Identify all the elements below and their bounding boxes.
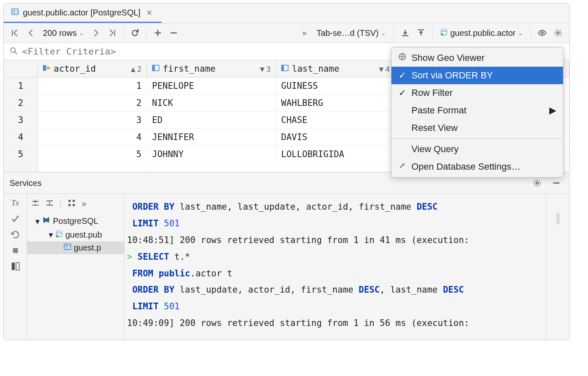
settings-context-menu: Show Geo Viewer ✓ Sort via ORDER BY ✓ Ro…	[391, 47, 563, 178]
globe-icon	[398, 53, 406, 63]
download-button[interactable]	[398, 26, 412, 40]
wrench-icon	[398, 161, 406, 172]
svg-rect-10	[43, 65, 46, 71]
eye-icon[interactable]	[535, 26, 549, 40]
svg-rect-16	[282, 65, 284, 71]
menu-show-geo-viewer[interactable]: Show Geo Viewer	[391, 49, 563, 67]
close-icon[interactable]: ✕	[145, 8, 154, 18]
rollback-icon[interactable]	[10, 230, 20, 240]
svg-point-27	[56, 235, 59, 237]
services-left-toolbar: Tx	[4, 194, 27, 340]
stop-icon[interactable]	[10, 246, 20, 256]
add-row-button[interactable]	[151, 26, 165, 40]
sort-desc-icon: ▼	[260, 65, 264, 73]
svg-rect-12	[49, 68, 51, 68]
last-page-button[interactable]	[105, 26, 119, 40]
datasource-dropdown[interactable]: guest.public.actor ⌄	[437, 27, 526, 40]
tree-node-postgresql[interactable]: ▾ PostgreSQL	[27, 214, 124, 228]
menu-reset-view[interactable]: Reset View	[391, 119, 563, 137]
more-icon[interactable]: »	[82, 199, 86, 209]
reload-button[interactable]	[128, 26, 142, 40]
services-title: Services	[10, 178, 42, 188]
svg-rect-24	[69, 204, 71, 206]
svg-point-8	[11, 48, 15, 52]
expand-all-icon[interactable]	[31, 199, 40, 209]
svg-point-26	[56, 231, 62, 233]
tab-title: guest.public.actor [PostgreSQL]	[23, 8, 140, 18]
postgres-icon	[42, 216, 50, 226]
menu-view-query[interactable]: View Query	[391, 140, 563, 158]
services-panel-body: Tx | » ▾ PostgreSQL ▾ guest.pub	[4, 194, 569, 340]
column-header-actor-id[interactable]: actor_id ▲ 2	[38, 60, 147, 77]
search-icon	[10, 47, 18, 57]
first-page-button[interactable]	[8, 26, 22, 40]
soft-wrap-icon[interactable]	[556, 213, 560, 225]
data-toolbar: 200 rows ⌄ » Tab-se…d (TSV) ⌄ guest.publ…	[4, 23, 569, 43]
chevron-down-icon: ▾	[35, 216, 40, 226]
svg-rect-14	[152, 65, 155, 71]
sort-desc-icon: ▼	[379, 65, 384, 73]
check-icon: ✓	[398, 88, 406, 98]
chevron-down-icon: ▾	[49, 230, 53, 240]
remove-row-button[interactable]	[167, 26, 181, 40]
column-header-first-name[interactable]: first_name ▼ 3	[147, 60, 276, 77]
menu-sort-via-order-by[interactable]: ✓ Sort via ORDER BY	[391, 67, 563, 84]
chevron-down-icon: ⌄	[79, 30, 84, 36]
svg-rect-20	[12, 263, 15, 270]
services-tree: | » ▾ PostgreSQL ▾ guest.pub guest.p	[27, 194, 125, 340]
collapse-all-icon[interactable]	[45, 199, 54, 209]
menu-open-database-settings[interactable]: Open Database Settings…	[391, 158, 563, 175]
rows-dropdown[interactable]: 200 rows ⌄	[40, 27, 87, 40]
services-right-toolbar	[546, 194, 569, 340]
more-icon[interactable]: »	[297, 26, 311, 40]
minimize-icon[interactable]	[549, 176, 563, 190]
grid-icon[interactable]	[67, 199, 76, 209]
commit-icon[interactable]	[10, 214, 20, 224]
menu-paste-format[interactable]: Paste Format ▶	[391, 102, 563, 119]
svg-rect-21	[16, 263, 19, 270]
chevron-right-icon: ▶	[549, 105, 556, 116]
editor-tab[interactable]: guest.public.actor [PostgreSQL] ✕	[4, 4, 162, 23]
tree-node-table[interactable]: guest.p	[27, 241, 124, 254]
column-header-last-name[interactable]: last_name ▼ 4	[276, 60, 395, 77]
editor-tabbar: guest.public.actor [PostgreSQL] ✕	[4, 4, 569, 23]
chevron-down-icon: ⌄	[518, 30, 523, 36]
export-format-dropdown[interactable]: Tab-se…d (TSV) ⌄	[313, 27, 389, 40]
svg-point-5	[441, 33, 443, 35]
tx-icon[interactable]: Tx	[10, 198, 20, 208]
svg-rect-19	[13, 248, 18, 253]
sort-asc-icon: ▲	[131, 65, 135, 73]
gear-icon[interactable]	[530, 176, 544, 190]
svg-rect-22	[69, 200, 71, 202]
svg-point-4	[441, 29, 447, 31]
key-column-icon	[43, 64, 50, 74]
menu-row-filter[interactable]: ✓ Row Filter	[391, 84, 563, 102]
console-output[interactable]: ORDER BY last_name, last_update, actor_i…	[125, 194, 546, 340]
prev-page-button[interactable]	[24, 26, 38, 40]
datasource-icon	[440, 28, 448, 38]
svg-rect-0	[12, 9, 18, 15]
svg-point-17	[536, 182, 538, 184]
svg-point-7	[557, 32, 559, 34]
table-icon	[11, 8, 19, 18]
svg-rect-25	[73, 204, 75, 206]
datasource-icon	[55, 230, 63, 240]
column-icon	[281, 64, 289, 74]
svg-line-9	[15, 52, 17, 54]
table-icon	[64, 243, 71, 253]
svg-point-6	[541, 32, 543, 34]
check-icon: ✓	[398, 70, 406, 81]
upload-button[interactable]	[414, 26, 428, 40]
tree-node-datasource[interactable]: ▾ guest.pub	[27, 228, 124, 241]
chevron-down-icon: ⌄	[381, 30, 386, 36]
svg-rect-28	[64, 244, 71, 250]
next-page-button[interactable]	[89, 26, 103, 40]
column-icon	[152, 64, 159, 74]
gear-icon[interactable]	[551, 26, 565, 40]
svg-rect-23	[73, 200, 75, 202]
layout-icon[interactable]	[10, 261, 20, 271]
